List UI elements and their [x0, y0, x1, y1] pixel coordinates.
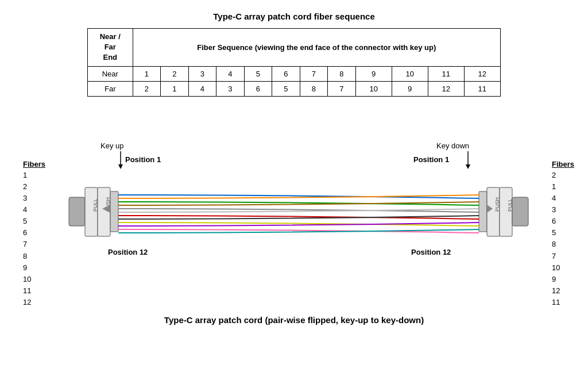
left-fiber-numbers: 123456789101112 [23, 170, 45, 309]
fibers-right: Fibers 214365871091211 [552, 160, 574, 309]
far-value: 3 [216, 81, 245, 96]
near-value: 9 [355, 66, 392, 81]
left-fiber-num: 11 [23, 285, 45, 297]
near-value: 2 [161, 66, 189, 81]
left-fiber-num: 4 [23, 204, 45, 216]
far-value: 5 [272, 81, 300, 96]
near-value: 4 [216, 66, 245, 81]
far-value: 11 [464, 81, 500, 96]
near-value: 10 [392, 66, 428, 81]
left-fiber-num: 8 [23, 251, 45, 262]
left-fiber-num: 7 [23, 239, 45, 250]
fibers-left-label: Fibers [23, 160, 45, 168]
left-fiber-num: 1 [23, 170, 45, 181]
far-value: 6 [244, 81, 272, 96]
left-fiber-num: 2 [23, 181, 45, 193]
svg-marker-3 [466, 164, 470, 169]
left-fiber-num: 3 [23, 193, 45, 204]
right-fiber-num: 3 [552, 204, 574, 216]
right-fiber-num: 2 [552, 170, 574, 181]
right-fiber-num: 6 [552, 216, 574, 227]
svg-rect-13 [512, 197, 528, 226]
svg-rect-8 [110, 191, 118, 232]
svg-marker-1 [118, 164, 123, 169]
right-fiber-num: 7 [552, 251, 574, 262]
near-value: 8 [328, 66, 356, 81]
fiber-sequence-table: Near /FarEnd Fiber Sequence (viewing the… [87, 28, 501, 97]
left-fiber-num: 9 [23, 262, 45, 274]
far-value: 4 [188, 81, 216, 96]
far-value: 12 [428, 81, 464, 96]
near-value: 1 [133, 66, 161, 81]
near-label: Near [88, 66, 133, 81]
right-fiber-num: 10 [552, 262, 574, 274]
right-fiber-numbers: 214365871091211 [552, 170, 574, 309]
near-value: 3 [188, 66, 216, 81]
near-value: 7 [300, 66, 328, 81]
far-label: Far [88, 81, 133, 96]
pos1-left-label: Position 1 [125, 155, 161, 164]
left-fiber-num: 5 [23, 216, 45, 227]
bottom-title: Type-C array patch cord (pair-wise flipp… [23, 315, 565, 325]
far-value: 10 [355, 81, 392, 96]
right-fiber-num: 9 [552, 274, 574, 285]
right-fiber-num: 5 [552, 227, 574, 239]
right-fiber-num: 1 [552, 181, 574, 193]
far-value: 2 [133, 81, 161, 96]
far-value: 8 [300, 81, 328, 96]
near-value: 11 [428, 66, 464, 81]
pos12-right-label: Position 12 [411, 248, 451, 256]
far-value: 7 [328, 81, 356, 96]
table-row-near: Near 123456789101112 [88, 66, 501, 81]
pos12-left-label: Position 12 [108, 248, 148, 256]
table-row-far: Far 214365871091211 [88, 81, 501, 96]
left-fiber-num: 6 [23, 227, 45, 239]
fibers-right-label: Fibers [552, 160, 574, 168]
connector-svg: Key up Position 1 Position 12 Key down P… [46, 120, 551, 292]
right-fiber-num: 12 [552, 285, 574, 297]
far-value: 1 [161, 81, 189, 96]
right-fiber-num: 4 [552, 193, 574, 204]
left-fiber-num: 12 [23, 297, 45, 308]
near-value: 6 [272, 66, 300, 81]
fibers-left: Fibers 123456789101112 [23, 160, 45, 309]
near-value: 12 [464, 66, 500, 81]
svg-rect-4 [69, 197, 85, 226]
key-down-text: Key down [436, 141, 469, 150]
key-up-text: Key up [100, 141, 123, 150]
main-title: Type-C array patch cord fiber sequence [23, 11, 565, 21]
right-fiber-num: 8 [552, 239, 574, 250]
left-fiber-num: 10 [23, 274, 45, 285]
connector-diagram: Fibers 123456789101112 Fibers 2143658710… [23, 114, 574, 309]
right-fiber-num: 11 [552, 297, 574, 308]
table-header-desc: Fiber Sequence (viewing the end face of … [133, 29, 500, 67]
svg-rect-9 [479, 191, 487, 232]
pos1-right-label: Position 1 [413, 155, 449, 164]
far-value: 9 [392, 81, 428, 96]
table-header-end: Near /FarEnd [88, 29, 133, 67]
near-value: 5 [244, 66, 272, 81]
